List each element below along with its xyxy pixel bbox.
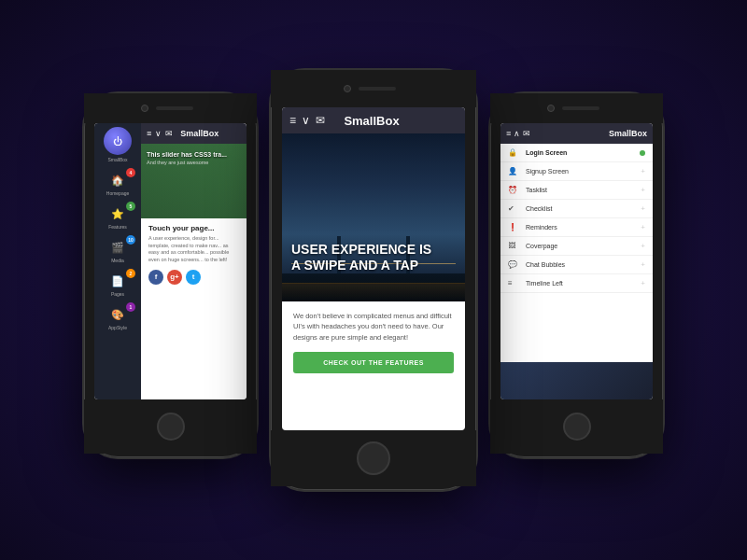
center-nav-menu-icon[interactable]: ≡ xyxy=(289,114,296,127)
sidebar-media-label: Media xyxy=(111,258,124,263)
left-sidebar: ⏻ SmallBox 4 🏠 Homepage 5 ⭐ Features 10 xyxy=(94,123,141,399)
phone-right-top xyxy=(490,93,663,123)
left-nav-mail-icon[interactable]: ✉ xyxy=(165,129,173,138)
phone-left-home-btn[interactable] xyxy=(157,413,185,441)
arrow-icon-coverpage: + xyxy=(641,242,645,250)
menu-label-login: Login Screen xyxy=(526,149,645,156)
cta-button[interactable]: CHECK OUT THE FEATURES xyxy=(293,352,454,373)
phone-right-camera xyxy=(547,105,555,112)
left-navbar-brand: SmallBox xyxy=(180,129,218,138)
menu-label-reminders: Reminders xyxy=(526,224,641,231)
sidebar-home-icon: 🏠 xyxy=(107,170,128,190)
facebook-icon[interactable]: f xyxy=(148,270,163,285)
center-hero: USER EXPERIENCE IS A SWIPE AND A TAP xyxy=(282,133,465,301)
menu-label-chat-bubbles: Chat Bubbles xyxy=(526,261,641,268)
sidebar-badge-media: 10 xyxy=(126,235,135,245)
right-navbar: ≡ ∧ ✉ SmallBox xyxy=(500,123,653,144)
hero-title-line2: A SWIPE AND A TAP xyxy=(291,258,418,273)
clock-icon: ⏰ xyxy=(508,186,521,194)
sidebar-item-media[interactable]: 10 🎬 Media xyxy=(94,233,141,267)
image-icon: 🖼 xyxy=(508,242,521,250)
phone-right-speaker xyxy=(562,106,599,110)
sidebar-pages-label: Pages xyxy=(111,291,124,297)
arrow-icon-reminders: + xyxy=(641,223,645,231)
sidebar-avatar: ⏻ xyxy=(104,127,132,155)
arrow-icon-chat: + xyxy=(641,260,645,269)
right-menu: 🔒 Login Screen 👤 Signup Screen + ⏰ Taskl… xyxy=(500,144,653,362)
left-nav-menu-icon[interactable]: ≡ xyxy=(147,129,151,138)
timeline-icon: ≡ xyxy=(508,279,521,287)
phone-right-bottom xyxy=(490,399,663,454)
menu-label-timeline: Timeline Left xyxy=(526,280,641,287)
sidebar-item-features[interactable]: 5 ⭐ Features xyxy=(94,200,141,233)
right-screen-inner: ≡ ∧ ✉ SmallBox 🔒 Login Screen 👤 Signup S… xyxy=(500,123,653,399)
right-hero-bottom xyxy=(500,362,653,399)
sidebar-media-icon: 🎬 xyxy=(107,237,128,258)
menu-label-tasklist: Tasklist xyxy=(526,187,641,193)
menu-item-timeline[interactable]: ≡ Timeline Left + xyxy=(500,274,653,293)
phone-center-camera xyxy=(344,85,351,92)
social-icons: f g+ t xyxy=(148,270,239,285)
phone-center-screen: ≡ ∨ ✉ SmallBox xyxy=(282,107,465,430)
center-hero-text: USER EXPERIENCE IS A SWIPE AND A TAP xyxy=(291,242,456,273)
left-main-content: ≡ ∨ ✉ SmallBox This slider has CSS3 tra.… xyxy=(141,123,247,399)
twitter-icon[interactable]: t xyxy=(186,270,201,285)
menu-item-checklist[interactable]: ✔ Checklist + xyxy=(500,200,653,218)
phone-center-speaker xyxy=(359,87,396,91)
sidebar-item-homepage[interactable]: 4 🏠 Homepage xyxy=(94,166,141,200)
phone-left-camera xyxy=(141,105,148,112)
sidebar-item-pages[interactable]: 2 📄 Pages xyxy=(94,267,141,301)
phone-center-bottom xyxy=(271,430,476,486)
center-nav-mail-icon[interactable]: ✉ xyxy=(316,114,325,127)
menu-item-coverpage[interactable]: 🖼 Coverpage + xyxy=(500,237,653,256)
left-hero-text: This slider has CSS3 tra... And they are… xyxy=(147,151,241,165)
menu-item-signup[interactable]: 👤 Signup Screen + xyxy=(500,162,653,181)
right-nav-mail-icon[interactable]: ✉ xyxy=(523,129,530,138)
hero-title-line1: USER EXPERIENCE IS xyxy=(291,242,431,257)
check-icon: ✔ xyxy=(508,204,521,213)
phone-right-home-btn[interactable] xyxy=(563,413,591,441)
left-navbar: ≡ ∨ ✉ SmallBox xyxy=(141,123,247,144)
center-navbar: ≡ ∨ ✉ SmallBox xyxy=(282,107,465,133)
phone-left-speaker xyxy=(156,106,193,110)
phone-center: ≡ ∨ ✉ SmallBox xyxy=(271,70,476,490)
arrow-icon-timeline: + xyxy=(641,279,645,287)
phone-center-top xyxy=(271,70,476,107)
sidebar-badge-pages: 2 xyxy=(126,269,135,278)
left-hero-title: This slider has CSS3 tra... xyxy=(147,151,241,158)
menu-item-chat-bubbles[interactable]: 💬 Chat Bubbles + xyxy=(500,256,653,274)
phones-container: ⏻ SmallBox 4 🏠 Homepage 5 ⭐ Features 10 xyxy=(19,19,728,541)
menu-item-reminders[interactable]: ❗ Reminders + xyxy=(500,218,653,237)
chat-icon: 💬 xyxy=(508,260,521,269)
phone-right: ≡ ∧ ✉ SmallBox 🔒 Login Screen 👤 Signup S… xyxy=(490,93,663,457)
left-content-title: Touch your page... xyxy=(148,224,239,232)
center-content: We don't believe in complicated menus an… xyxy=(282,301,465,383)
arrow-icon-signup: + xyxy=(641,167,645,175)
sidebar-pages-icon: 📄 xyxy=(107,271,128,291)
right-nav-chevron-icon[interactable]: ∧ xyxy=(514,129,520,138)
sidebar-item-appstyle[interactable]: 1 🎨 AppStyle xyxy=(94,301,141,334)
menu-label-signup: Signup Screen xyxy=(526,168,641,175)
phone-left-top xyxy=(84,93,257,123)
sidebar-badge-appstyle: 1 xyxy=(126,302,135,312)
sidebar-badge-homepage: 4 xyxy=(126,168,135,177)
google-plus-icon[interactable]: g+ xyxy=(167,270,182,285)
menu-item-tasklist[interactable]: ⏰ Tasklist + xyxy=(500,181,653,200)
menu-item-login[interactable]: 🔒 Login Screen xyxy=(500,144,653,162)
left-hero-image: This slider has CSS3 tra... And they are… xyxy=(141,144,247,218)
sidebar-appstyle-label: AppStyle xyxy=(108,325,127,330)
center-nav-chevron-icon[interactable]: ∨ xyxy=(302,114,310,127)
sidebar-features-label: Features xyxy=(108,224,127,230)
phone-center-home-btn[interactable] xyxy=(357,441,390,475)
active-indicator-login xyxy=(640,150,645,156)
sidebar-brand: SmallBox xyxy=(107,157,127,162)
menu-label-coverpage: Coverpage xyxy=(526,243,641,249)
right-navbar-brand: SmallBox xyxy=(609,129,647,138)
center-hero-title: USER EXPERIENCE IS A SWIPE AND A TAP xyxy=(291,242,456,273)
sidebar-badge-features: 5 xyxy=(126,202,135,211)
lock-icon: 🔒 xyxy=(508,148,521,157)
sidebar-homepage-label: Homepage xyxy=(106,190,129,196)
right-nav-menu-icon[interactable]: ≡ xyxy=(506,129,511,138)
person-icon: 👤 xyxy=(508,167,521,175)
left-nav-chevron-icon[interactable]: ∨ xyxy=(155,129,162,138)
